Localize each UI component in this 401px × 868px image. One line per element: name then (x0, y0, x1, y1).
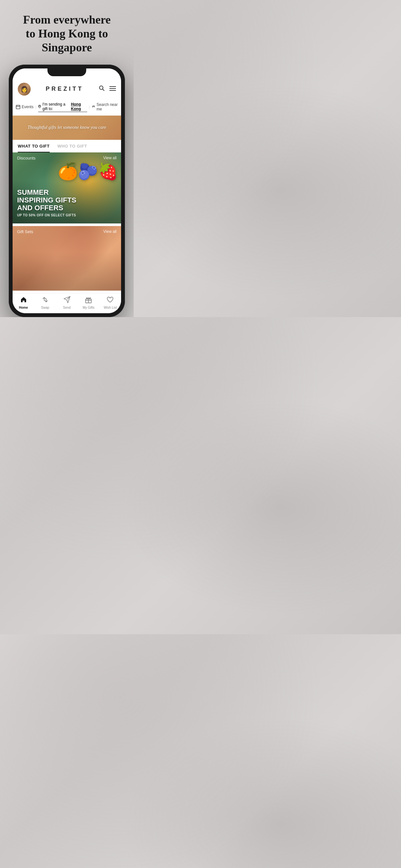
destination-label: Hong Kong (71, 102, 87, 111)
phone-frame: 👩 PREZITT (9, 65, 125, 317)
banner-text: Thoughtful gifts let someone know you ca… (27, 125, 106, 130)
discounts-bottom: SUMMERINSPIRING GIFTSAND OFFERS UP TO 50… (17, 189, 117, 220)
events-label: Events (22, 104, 34, 109)
bottom-nav-swap[interactable]: Swap (34, 296, 56, 309)
gift-sets-section: Gift Sets View all (12, 226, 121, 290)
nav-bar: Events | I'm sending a gift to: Hong Kon… (12, 99, 121, 116)
swap-label: Swap (41, 306, 49, 309)
search-icon[interactable] (98, 85, 105, 93)
my-gifts-label: My Gifts (83, 306, 95, 309)
promo-title: SUMMERINSPIRING GIFTSAND OFFERS (17, 189, 117, 212)
hero-title-line1: From everywhere (6, 13, 127, 27)
send-icon (63, 296, 70, 305)
wish-list-icon (106, 296, 114, 305)
my-gifts-icon (85, 296, 92, 305)
menu-icon[interactable] (110, 85, 116, 93)
discounts-overlay: Discounts View all SUMMERINSPIRING GIFTS… (12, 152, 121, 223)
phone-notch (48, 68, 86, 76)
send-label: Send (63, 306, 70, 309)
avatar[interactable]: 👩 (18, 83, 31, 96)
swap-icon (42, 296, 49, 305)
svg-rect-5 (16, 105, 20, 109)
bottom-nav-send[interactable]: Send (56, 296, 78, 309)
nav-separator-1: | (35, 105, 36, 109)
bottom-nav-wish-list[interactable]: Wish List (99, 296, 121, 309)
promo-subtitle: UP TO 50% OFF ON SELECT GIFTS (17, 213, 117, 217)
sending-label: I'm sending a gift to: (42, 102, 69, 111)
search-near-me-label: Search near me (96, 102, 118, 112)
hero-banner: Thoughtful gifts let someone know you ca… (12, 116, 121, 140)
hero-title-line2: to Hong Kong to Singapore (6, 27, 127, 55)
svg-point-9 (39, 105, 40, 106)
wish-list-label: Wish List (104, 306, 117, 309)
gift-sets-overlay: Gift Sets View all (12, 226, 121, 290)
svg-point-0 (99, 86, 103, 89)
avatar-emoji: 👩 (21, 86, 28, 93)
nav-search-near-me[interactable]: Search near me (92, 102, 118, 112)
discounts-label: Discounts (17, 156, 35, 160)
bottom-nav: Home Swap (12, 293, 121, 313)
nav-events[interactable]: Events (16, 104, 34, 109)
discounts-section: Discounts View all SUMMERINSPIRING GIFTS… (12, 152, 121, 223)
home-icon (20, 296, 27, 305)
tab-who-to-gift[interactable]: WHO TO GIFT (58, 144, 87, 152)
discounts-view-all[interactable]: View all (103, 156, 117, 160)
discounts-top-row: Discounts View all (17, 156, 117, 160)
bottom-nav-home[interactable]: Home (12, 296, 34, 309)
home-label: Home (19, 306, 28, 309)
hero-section: From everywhere to Hong Kong to Singapor… (0, 13, 134, 65)
nav-destination[interactable]: I'm sending a gift to: Hong Kong (38, 102, 87, 112)
gift-sets-top-row: Gift Sets View all (17, 229, 117, 234)
nav-separator-2: | (89, 105, 90, 109)
svg-line-1 (103, 89, 104, 91)
gift-sets-view-all[interactable]: View all (103, 229, 117, 234)
gift-sets-label: Gift Sets (17, 229, 33, 234)
header-icons (98, 85, 116, 93)
phone-screen: 👩 PREZITT (12, 68, 121, 313)
tabs-container: WHAT TO GIFT WHO TO GIFT (12, 140, 121, 152)
app-logo: PREZITT (46, 86, 84, 92)
bottom-nav-my-gifts[interactable]: My Gifts (78, 296, 99, 309)
tab-what-to-gift[interactable]: WHAT TO GIFT (18, 144, 50, 152)
